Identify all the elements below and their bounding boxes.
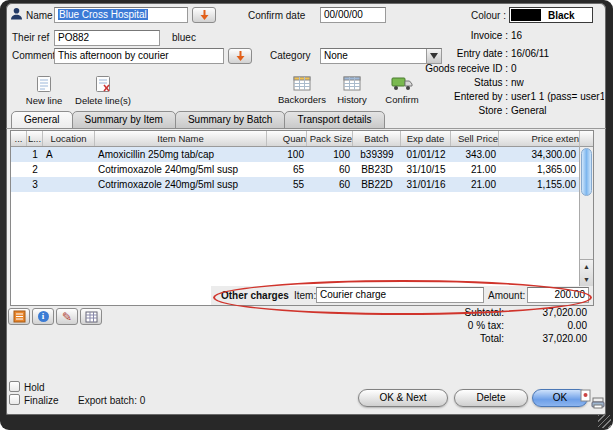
col-sell-price[interactable]: Sell Price: [451, 131, 499, 146]
entered-by-value: user1 1 (pass= user1: [511, 91, 604, 102]
tax-value: 0.00: [504, 320, 587, 331]
col-exp-date[interactable]: Exp date: [401, 131, 451, 146]
name-label: Name: [26, 10, 53, 21]
cell-line: 3: [27, 177, 43, 192]
colour-label: Colour :: [436, 10, 506, 21]
tax-label: 0 % tax:: [386, 320, 504, 331]
status-value: nw: [511, 77, 524, 88]
scroll-down-icon[interactable]: ▼: [583, 276, 590, 283]
other-charges-amount-input[interactable]: 200.00: [527, 287, 589, 303]
col-quan[interactable]: Quan: [267, 131, 307, 146]
other-charges-label: Other charges: [221, 290, 289, 301]
col-batch[interactable]: Batch: [353, 131, 401, 146]
finalize-label: Finalize: [24, 395, 58, 406]
printer-icon[interactable]: [591, 397, 605, 409]
goods-receive-info: Goods receive ID : 0: [336, 63, 604, 74]
header-corner: [579, 131, 593, 147]
tab-transport-details[interactable]: Transport details: [284, 111, 384, 129]
notepad-button[interactable]: [8, 308, 30, 325]
cell-status: [11, 177, 27, 192]
new-line-label: New line: [26, 95, 62, 106]
confirm-date-input[interactable]: 00/00/00: [320, 7, 386, 23]
truck-icon: [391, 75, 413, 92]
cell-line: 2: [27, 162, 43, 177]
grid-button[interactable]: [80, 308, 102, 325]
info-button[interactable]: i: [32, 308, 54, 325]
resize-grip[interactable]: [598, 415, 611, 428]
table-header: ... L... Location Item Name Quan Pack Si…: [11, 131, 579, 147]
col-line[interactable]: L...: [27, 131, 43, 146]
their-ref-input[interactable]: PO882: [54, 30, 160, 46]
cell-price-exten: 1,365.00: [499, 162, 579, 177]
confirm-date-label: Confirm date: [248, 10, 305, 21]
cell-location: A: [43, 147, 95, 162]
cell-item-name: Cotrimoxazole 240mg/5ml susp: [95, 177, 267, 192]
hold-label: Hold: [24, 382, 45, 393]
table-row[interactable]: 2 Cotrimoxazole 240mg/5ml susp 65 60 BB2…: [11, 162, 579, 177]
cell-pack-size: 60: [307, 177, 353, 192]
cell-price-exten: 34,300.00: [499, 147, 579, 162]
finalize-checkbox[interactable]: [9, 394, 20, 405]
total-row: Total: 37,020.00: [386, 333, 587, 344]
edit-button[interactable]: ✎: [56, 308, 78, 325]
table-row[interactable]: 1 A Amoxicillin 250mg tab/cap 100 100 b3…: [11, 147, 579, 162]
tab-summary-by-batch[interactable]: Summary by Batch: [175, 111, 285, 129]
table-body: 1 A Amoxicillin 250mg tab/cap 100 100 b3…: [11, 147, 579, 192]
comment-input[interactable]: This afternoon by courier: [54, 48, 224, 64]
invoice-lines-table: ... L... Location Item Name Quan Pack Si…: [10, 130, 594, 306]
table-scrollbar[interactable]: ▲ ▼: [579, 147, 593, 286]
ok-next-button[interactable]: OK & Next: [358, 389, 448, 407]
cell-item-name: Amoxicillin 250mg tab/cap: [95, 147, 267, 162]
form-delete-icon: [95, 75, 111, 93]
grid-icon: [85, 311, 98, 323]
col-price-exten[interactable]: Price exten: [499, 131, 579, 146]
colour-picker[interactable]: Black: [509, 7, 593, 23]
other-charges-amount-label: Amount:: [488, 290, 525, 301]
scrollbar-thumb[interactable]: [581, 148, 592, 196]
delete-lines-label: Delete line(s): [75, 95, 131, 106]
table-row[interactable]: 3 Cotrimoxazole 240mg/5ml susp 55 60 BB2…: [11, 177, 579, 192]
cell-location: [43, 177, 95, 192]
notepad-icon: [13, 310, 26, 323]
window-frame: Name Blue Cross Hospital Confirm date 00…: [0, 0, 613, 430]
cell-exp-date: 31/10/15: [401, 162, 451, 177]
spreadsheet-icon: [293, 75, 311, 92]
hold-checkbox[interactable]: [9, 381, 20, 392]
cell-item-name: Cotrimoxazole 240mg/5ml susp: [95, 162, 267, 177]
tab-general[interactable]: General: [11, 111, 73, 129]
cell-line: 1: [27, 147, 43, 162]
comment-lookup-button[interactable]: [228, 48, 252, 64]
store-value: General: [511, 105, 547, 116]
comment-label: Comment: [12, 50, 55, 61]
cell-batch: b39399: [353, 147, 401, 162]
other-charges-item-input[interactable]: Courier charge: [316, 287, 484, 303]
cell-exp-date: 01/01/12: [401, 147, 451, 162]
delete-button[interactable]: Delete: [454, 389, 528, 407]
name-input[interactable]: Blue Cross Hospital: [54, 7, 188, 23]
info-icon: i: [38, 311, 49, 322]
form-icon: [36, 75, 52, 93]
col-pack-size[interactable]: Pack Size: [307, 131, 353, 146]
colour-value: Black: [548, 10, 575, 21]
history-grid-icon: [343, 75, 361, 92]
cell-location: [43, 162, 95, 177]
name-lookup-button[interactable]: [192, 7, 216, 23]
document-icon[interactable]: [580, 389, 591, 402]
cell-batch: BB22D: [353, 177, 401, 192]
col-status[interactable]: ...: [11, 131, 27, 146]
cell-quan: 65: [267, 162, 307, 177]
confirm-button[interactable]: Confirm: [370, 75, 434, 105]
category-label: Category: [270, 50, 311, 61]
col-item-name[interactable]: Item Name: [95, 131, 267, 146]
tab-summary-by-item[interactable]: Summary by Item: [72, 111, 176, 129]
goods-receive-value: 0: [511, 63, 517, 74]
cell-sell-price: 21.00: [451, 162, 499, 177]
other-charges-section: Other charges Item: Courier charge Amoun…: [211, 286, 593, 305]
delete-lines-button[interactable]: Delete line(s): [64, 75, 142, 106]
invoice-label: Invoice :: [336, 30, 508, 41]
col-location[interactable]: Location: [43, 131, 95, 146]
scroll-up-icon[interactable]: ▲: [583, 263, 590, 270]
subtotal-row: Subtotal: 37,020.00: [386, 307, 587, 318]
export-batch-label: Export batch: 0: [78, 395, 145, 406]
subtotal-label: Subtotal:: [386, 307, 504, 318]
